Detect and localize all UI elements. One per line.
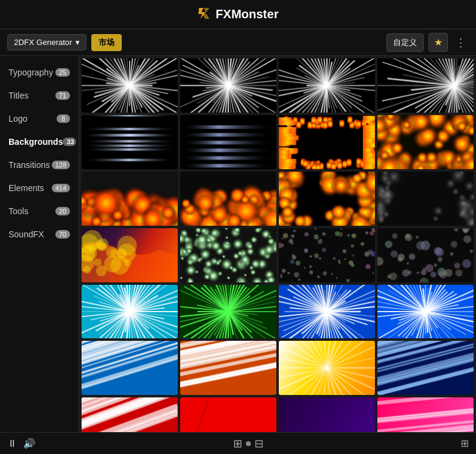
sidebar-badge: 25 <box>55 68 70 77</box>
sidebar-item-elements[interactable]: Elements 414 <box>0 176 79 200</box>
main-area: Typography 25 Titles 71 Logo 8 Backgroun… <box>0 56 476 432</box>
grid-item[interactable] <box>279 228 375 282</box>
grid-item-preview <box>180 58 276 113</box>
grid-item[interactable] <box>377 115 474 169</box>
sidebar-item-label: Backgrounds <box>9 137 63 147</box>
grid-item-preview <box>279 172 375 226</box>
sidebar-item-titles[interactable]: Titles 71 <box>0 84 79 107</box>
logo-icon <box>197 5 212 24</box>
grid-item[interactable] <box>377 285 474 339</box>
sidebar-item-label: Tools <box>9 206 29 216</box>
grid-item[interactable] <box>180 115 276 169</box>
bottom-left: ⏸ 🔊 <box>7 438 35 449</box>
grid-item[interactable] <box>377 341 474 395</box>
grid-item[interactable] <box>82 172 178 226</box>
grid-item[interactable] <box>377 172 474 226</box>
grid-item[interactable] <box>82 397 178 432</box>
customize-button[interactable]: 自定义 <box>387 33 424 52</box>
grid-item[interactable] <box>377 397 474 432</box>
grid-item[interactable] <box>279 397 375 432</box>
grid-item[interactable] <box>82 285 178 339</box>
sidebar-item-label: Transitions <box>9 160 50 170</box>
sidebar-item-transitions[interactable]: Transitions 128 <box>0 153 79 176</box>
sidebar-item-label: Titles <box>9 91 29 100</box>
grid-item-preview <box>180 341 276 395</box>
sidebar-badge: 33 <box>63 138 76 146</box>
grid-item-preview <box>279 228 375 282</box>
generator-dropdown[interactable]: 2DFX Generator ▾ <box>7 34 86 51</box>
grid-item[interactable] <box>82 115 178 169</box>
logo: FXMonster <box>197 5 278 24</box>
grid-item[interactable] <box>279 341 375 395</box>
expand-icon[interactable]: ⊞ <box>461 438 469 449</box>
sidebar-item-label: Typography <box>9 68 53 77</box>
grid-item-preview <box>377 341 474 395</box>
sidebar-item-logo[interactable]: Logo 8 <box>0 107 79 130</box>
grid-item-preview <box>180 228 276 282</box>
sidebar-badge: 70 <box>55 230 70 239</box>
sidebar-item-soundfx[interactable]: SoundFX 70 <box>0 223 79 246</box>
grid-item-preview <box>82 172 178 226</box>
sidebar-item-tools[interactable]: Tools 20 <box>0 200 79 223</box>
grid-item-preview <box>82 228 178 282</box>
grid-item[interactable] <box>377 58 474 113</box>
chevron-down-icon: ▾ <box>75 38 80 47</box>
bottom-right: ⊞ <box>461 437 469 450</box>
more-button[interactable]: ⋮ <box>453 33 469 52</box>
grid-item-preview <box>180 172 276 226</box>
grid-item[interactable] <box>180 341 276 395</box>
grid-item[interactable] <box>180 285 276 339</box>
sidebar-badge: 414 <box>52 184 70 192</box>
grid-item-preview <box>279 58 375 113</box>
grid-view-icon[interactable]: ⊞ <box>233 437 242 450</box>
toolbar-right: 自定义 ★ ⋮ <box>387 33 469 52</box>
grid-item-preview <box>377 172 474 226</box>
grid-item-preview <box>82 115 178 169</box>
grid-item[interactable] <box>82 228 178 282</box>
sidebar-badge: 20 <box>55 207 70 215</box>
grid-item[interactable] <box>180 172 276 226</box>
grid-item[interactable] <box>82 341 178 395</box>
grid-item-preview <box>377 228 474 282</box>
grid-item-preview <box>377 115 474 169</box>
grid-item-preview <box>82 397 178 432</box>
grid-item-preview <box>279 341 375 395</box>
logo-text: FXMonster <box>215 7 278 21</box>
sidebar-item-label: SoundFX <box>9 229 44 239</box>
toolbar: 2DFX Generator ▾ 市场 自定义 ★ ⋮ <box>0 29 476 56</box>
dropdown-label: 2DFX Generator <box>14 38 72 47</box>
sidebar: Typography 25 Titles 71 Logo 8 Backgroun… <box>0 56 79 432</box>
sidebar-badge: 8 <box>57 114 70 123</box>
pagination-dot <box>246 441 251 446</box>
grid-area <box>79 56 476 432</box>
sidebar-item-backgrounds[interactable]: Backgrounds 33 <box>0 130 79 153</box>
grid-item-preview <box>279 115 375 169</box>
grid-item[interactable] <box>377 228 474 282</box>
grid-item[interactable] <box>82 58 178 113</box>
bottom-center: ⊞ ⊟ <box>233 437 264 450</box>
list-view-icon[interactable]: ⊟ <box>254 437 264 450</box>
grid-item-preview <box>180 285 276 339</box>
grid-item[interactable] <box>279 58 375 113</box>
grid-item[interactable] <box>180 397 276 432</box>
grid-item-preview <box>82 285 178 339</box>
play-icon[interactable]: ⏸ <box>7 438 17 449</box>
bottom-bar: ⏸ 🔊 ⊞ ⊟ ⊞ <box>0 432 476 454</box>
grid-item-preview <box>82 341 178 395</box>
grid-item-preview <box>377 285 474 339</box>
grid-item[interactable] <box>279 285 375 339</box>
grid-item[interactable] <box>180 228 276 282</box>
sidebar-badge: 128 <box>52 161 70 169</box>
sidebar-badge: 71 <box>55 91 70 100</box>
market-tab[interactable]: 市场 <box>91 34 122 51</box>
sound-icon[interactable]: 🔊 <box>23 438 35 449</box>
grid-item-preview <box>279 397 375 432</box>
grid-item[interactable] <box>279 115 375 169</box>
grid-item[interactable] <box>180 58 276 113</box>
grid-item[interactable] <box>279 172 375 226</box>
grid-item-preview <box>377 397 474 432</box>
sidebar-item-typography[interactable]: Typography 25 <box>0 61 79 84</box>
grid-item-preview <box>180 115 276 169</box>
favorite-button[interactable]: ★ <box>429 33 448 52</box>
grid-item-preview <box>180 397 276 432</box>
